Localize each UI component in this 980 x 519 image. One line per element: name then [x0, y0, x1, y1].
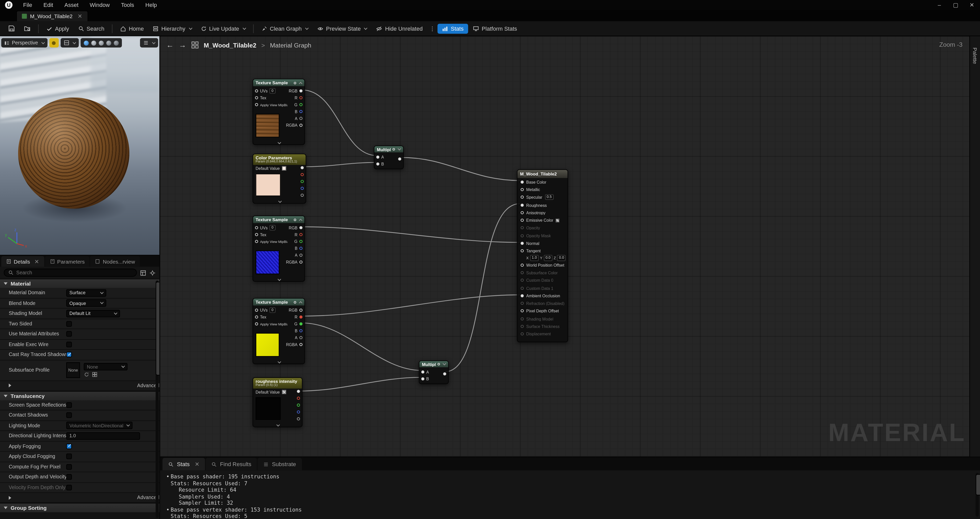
pin-a-out[interactable] [297, 417, 300, 421]
tab-substrate[interactable]: Substrate [258, 458, 302, 470]
uv-value-box[interactable]: 0 [270, 225, 275, 231]
node-multiply-2[interactable]: Multiply A B [419, 360, 449, 384]
tab-close-icon[interactable]: ✕ [193, 461, 200, 467]
section-group-sorting[interactable]: Group Sorting [0, 503, 159, 513]
material-advanced-toggle[interactable]: Advanced [0, 381, 159, 391]
pin-g-out[interactable] [297, 403, 300, 406]
expand-node-button[interactable] [253, 359, 305, 365]
maximize-button[interactable]: ▢ [948, 0, 964, 10]
node-multiply-1[interactable]: Multiply A B [374, 146, 404, 169]
cylinder-shape-button[interactable] [91, 40, 96, 46]
lit-mode-button[interactable] [49, 38, 59, 48]
use-material-attributes-checkbox[interactable] [66, 331, 72, 337]
minimize-button[interactable]: – [931, 0, 948, 10]
pin-tangent[interactable]: Tangent [517, 247, 568, 255]
stats-output[interactable]: •Base pass shader: 195 instructions Stat… [160, 470, 980, 519]
hierarchy-button[interactable]: Hierarchy [148, 24, 196, 33]
apply-button[interactable]: Apply [42, 24, 73, 33]
node-texture-sample-1[interactable]: Texture Sample UVs0 Tex Apply View MipBi… [253, 79, 305, 145]
collapse-icon[interactable] [299, 301, 302, 305]
menu-file[interactable]: File [18, 0, 38, 10]
screen-space-reflections-checkbox[interactable] [66, 402, 72, 408]
pin-base-color[interactable]: Base Color [517, 178, 568, 186]
collapse-icon[interactable] [442, 362, 446, 365]
pin-value-out[interactable] [297, 390, 300, 393]
preview-toggle-icon[interactable] [393, 148, 395, 151]
plane-shape-button[interactable] [99, 40, 104, 46]
pin-g-out[interactable] [301, 180, 304, 183]
tangent-x-input[interactable]: 1.0 [530, 255, 539, 261]
view-mode-dropdown[interactable] [60, 38, 79, 48]
gear-icon[interactable] [150, 270, 156, 276]
material-graph-canvas[interactable]: ← → M_Wood_Tilable2 > Material Graph Zoo… [160, 36, 980, 457]
pin-custom-data-0[interactable]: Custom Data 0 [517, 276, 568, 284]
uv-value-box[interactable]: 0 [270, 307, 275, 313]
preview-toggle-icon[interactable] [294, 301, 296, 303]
material-domain-select[interactable]: Surface [66, 289, 106, 297]
node-roughness-intensity[interactable]: roughness intensity Param (0.5) (1) Defa… [253, 377, 302, 427]
lighting-mode-select[interactable]: Volumetric NonDirectional [66, 422, 133, 429]
color-swatch[interactable] [282, 166, 286, 171]
browse-to-asset-button[interactable] [19, 23, 35, 34]
pin-result-out[interactable] [443, 372, 446, 375]
pin-b-in[interactable]: B [419, 375, 448, 383]
toolbar-overflow-menu[interactable]: ⋮ [427, 25, 438, 32]
preview-sphere[interactable] [18, 98, 129, 209]
node-color-parameters[interactable]: Color Parameters Param (0.846,0.664,0.62… [253, 154, 306, 204]
pin-anisotropy[interactable]: Anisotropy [517, 209, 568, 216]
pin-roughness[interactable]: Roughness [517, 201, 568, 209]
expand-node-button[interactable] [253, 199, 305, 204]
tangent-z-input[interactable]: 0.0 [557, 255, 566, 261]
menu-tools[interactable]: Tools [115, 0, 140, 10]
cast-ray-traced-shadows-checkbox[interactable] [66, 352, 72, 357]
shading-model-select[interactable]: Default Lit [66, 310, 120, 317]
stats-scrollbar[interactable] [976, 473, 979, 516]
menu-asset[interactable]: Asset [59, 0, 84, 10]
pin-r-out[interactable] [297, 397, 300, 400]
node-material-result[interactable]: M_Wood_Tilable2 Base Color Metallic Spec… [517, 169, 568, 342]
home-button[interactable]: Home [116, 24, 148, 33]
output-depth-and-velocity-checkbox[interactable] [66, 474, 72, 480]
use-selected-icon[interactable] [84, 371, 89, 377]
pin-custom-data-1[interactable]: Custom Data 1 [517, 284, 568, 292]
pin-ambient-occlusion[interactable]: Ambient Occlusion [517, 292, 568, 300]
scrollbar-thumb[interactable] [976, 474, 980, 495]
uv-value-box[interactable]: 0 [270, 88, 275, 94]
scalar-swatch[interactable] [282, 390, 286, 394]
pin-rgb-out[interactable]: RGB [283, 224, 304, 231]
preview-toggle-icon[interactable] [294, 81, 296, 84]
subsurface-profile-thumbnail[interactable]: None [66, 362, 80, 378]
section-translucency[interactable]: Translucency [0, 391, 159, 400]
details-search-box[interactable] [4, 269, 137, 277]
pin-a-out[interactable]: A [283, 115, 304, 122]
hide-unrelated-button[interactable]: Hide Unrelated [371, 24, 427, 33]
pin-a-out[interactable]: A [283, 252, 304, 259]
palette-sidebar-tab[interactable]: Palette [969, 36, 980, 457]
node-header[interactable]: Multiply [374, 146, 403, 152]
texture-thumbnail-normal[interactable] [256, 251, 279, 274]
close-button[interactable]: ✕ [964, 0, 980, 10]
velocity-from-depth-only-checkbox[interactable] [66, 484, 72, 490]
details-search-input[interactable] [16, 270, 133, 276]
tab-details[interactable]: Details ✕ [1, 256, 44, 267]
menu-help[interactable]: Help [140, 0, 162, 10]
pin-g-out[interactable]: G [283, 101, 304, 108]
enable-exec-wire-checkbox[interactable] [66, 341, 72, 347]
expand-node-button[interactable] [253, 277, 305, 282]
pin-opacity-mask[interactable]: Opacity Mask [517, 232, 568, 240]
scalar-preview[interactable] [256, 397, 281, 420]
blend-mode-select[interactable]: Opaque [66, 299, 106, 307]
menu-edit[interactable]: Edit [38, 0, 59, 10]
node-header[interactable]: Texture Sample [253, 216, 305, 223]
node-header[interactable]: Texture Sample [253, 79, 305, 86]
pin-rgba-out[interactable]: RGBA [283, 259, 304, 266]
pin-world-position-offset[interactable]: World Position Offset [517, 261, 568, 269]
directional-lighting-intensity-input[interactable]: 1.0 [66, 432, 140, 440]
two-sided-checkbox[interactable] [66, 321, 72, 327]
node-texture-sample-3[interactable]: Texture Sample UVs0 Tex Apply View MipBi… [253, 298, 305, 364]
pin-result-out[interactable] [398, 157, 401, 160]
pin-rgb-out[interactable]: RGB [283, 307, 304, 314]
expand-node-button[interactable] [253, 140, 305, 146]
stats-toggle-button[interactable]: Stats [438, 24, 468, 33]
pin-emissive-color[interactable]: Emissive Color [517, 216, 568, 224]
